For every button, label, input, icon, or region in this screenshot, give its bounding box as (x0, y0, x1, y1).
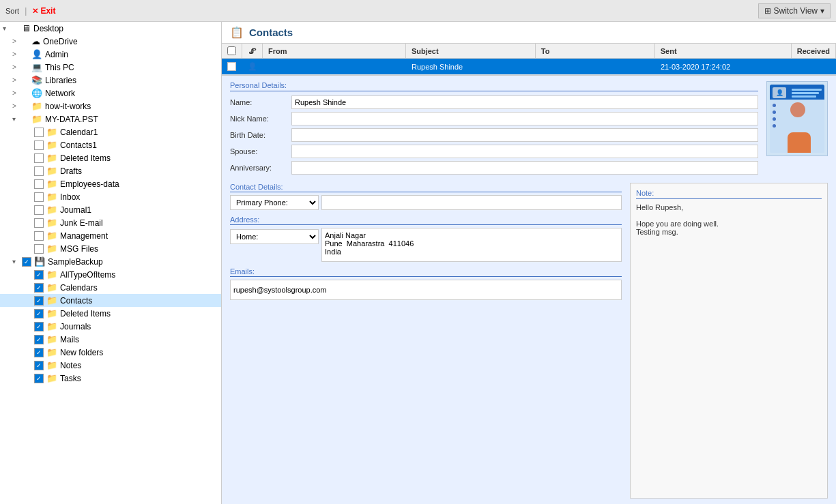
checkbox-samplebackup[interactable]: ✓ (22, 257, 31, 267)
nickname-input[interactable] (291, 112, 758, 125)
checkbox-tasks[interactable]: ✓ (34, 374, 44, 383)
expander-admin[interactable]: > (12, 50, 22, 58)
checkbox-calendars[interactable]: ✓ (34, 283, 44, 293)
checkbox-journal1[interactable] (34, 205, 44, 215)
sidebar-item-newfolders[interactable]: ✓📁New folders (0, 346, 221, 359)
sidebar-item-notes[interactable]: ✓📁Notes (0, 359, 221, 372)
checkbox-employeesdata[interactable] (34, 179, 44, 189)
spouse-input[interactable] (291, 145, 758, 158)
checkbox-inbox[interactable] (34, 192, 44, 202)
folder-icon-thispc: 💻 (31, 62, 42, 72)
personal-section-title: Personal Details: (230, 81, 758, 91)
sidebar-item-msgfiles[interactable]: 📁MSG Files (0, 242, 221, 255)
th-sent[interactable]: Sent (655, 44, 792, 58)
email-input[interactable] (230, 280, 622, 300)
th-subject[interactable]: Subject (406, 44, 536, 58)
sidebar-item-contacts[interactable]: ✓📁Contacts (0, 294, 221, 307)
table-row[interactable]: 👤 Rupesh Shinde 21-03-2020 17:24:02 (222, 59, 836, 75)
sidebar-item-thispc[interactable]: >💻This PC (0, 61, 221, 74)
sidebar-label-network: Network (45, 89, 75, 98)
address-textarea[interactable] (321, 228, 622, 262)
anniversary-label: Anniversary: (230, 164, 291, 172)
expander-thispc[interactable]: > (12, 63, 22, 71)
folder-icon-mydata: 📁 (31, 114, 42, 124)
checkbox-calendar1[interactable] (34, 128, 44, 137)
note-section: Note: Hello Rupesh, Hope you are doing w… (630, 183, 828, 499)
expander-network[interactable]: > (12, 89, 22, 97)
exit-label[interactable]: ✕ Exit (32, 6, 55, 16)
name-input[interactable] (291, 95, 758, 109)
expander-howitworks[interactable]: > (12, 102, 22, 110)
sidebar-item-management[interactable]: 📁Management (0, 229, 221, 242)
checkbox-management[interactable] (34, 231, 44, 241)
content-area: 📋 Contacts 🖇 From Subject To Sent Receiv… (222, 22, 836, 504)
checkbox-contacts1[interactable] (34, 140, 44, 150)
checkbox-msgfiles[interactable] (34, 244, 44, 254)
checkbox-journals[interactable]: ✓ (34, 322, 44, 331)
th-to[interactable]: To (536, 44, 655, 58)
expander-desktop[interactable]: ▾ (3, 25, 12, 32)
contacts-header: 📋 Contacts (222, 22, 836, 44)
select-all-checkbox[interactable] (227, 46, 236, 55)
phone-row: Primary Phone: Home Phone: Work Phone: M… (230, 195, 622, 210)
expander-mydata[interactable]: ▾ (12, 115, 22, 123)
expander-libraries[interactable]: > (12, 76, 22, 84)
sidebar-item-mydata[interactable]: ▾📁MY-DATA.PST (0, 113, 221, 125)
sidebar-item-contacts1[interactable]: 📁Contacts1 (0, 138, 221, 151)
sidebar-label-contacts: Contacts (60, 296, 92, 306)
sidebar-item-tasks[interactable]: ✓📁Tasks (0, 372, 221, 385)
folder-icon-notes: 📁 (46, 360, 57, 370)
td-check-0[interactable] (222, 59, 242, 74)
sidebar-item-alltypesofitems[interactable]: ✓📁AllTypeOfItems (0, 268, 221, 281)
table-header: 🖇 From Subject To Sent Received (222, 44, 836, 59)
th-received[interactable]: Received (792, 44, 836, 58)
checkbox-notes[interactable]: ✓ (34, 361, 44, 370)
sidebar-item-howitworks[interactable]: >📁how-it-works (0, 100, 221, 113)
td-from-0 (263, 59, 406, 74)
checkbox-alltypesofitems[interactable]: ✓ (34, 270, 44, 280)
sidebar-label-mydata: MY-DATA.PST (45, 115, 98, 124)
sidebar-item-junkemail[interactable]: 📁Junk E-mail (0, 216, 221, 229)
folder-icon-tasks: 📁 (46, 373, 57, 383)
birthdate-label: Birth Date: (230, 131, 291, 139)
sidebar-item-calendar1[interactable]: 📁Calendar1 (0, 125, 221, 138)
contact-details-title: Contact Details: (230, 183, 622, 192)
sidebar-item-samplebackup[interactable]: ▾✓💾SampleBackup (0, 255, 221, 268)
sidebar-item-deleteditems2[interactable]: ✓📁Deleted Items (0, 307, 221, 320)
phone-type-select[interactable]: Primary Phone: Home Phone: Work Phone: M… (230, 195, 319, 210)
sidebar-item-desktop[interactable]: ▾🖥Desktop (0, 22, 221, 35)
th-from[interactable]: From (263, 44, 406, 58)
expander-samplebackup[interactable]: ▾ (12, 258, 22, 265)
sidebar-label-management: Management (60, 231, 108, 241)
address-type-select[interactable]: Home: Work: Other: (230, 229, 319, 244)
sidebar-item-inbox[interactable]: 📁Inbox (0, 190, 221, 203)
sort-label[interactable]: Sort (5, 7, 19, 15)
sidebar-item-libraries[interactable]: >📚Libraries (0, 74, 221, 87)
sidebar-item-onedrive[interactable]: >☁OneDrive (0, 35, 221, 48)
anniversary-input[interactable] (291, 161, 758, 175)
checkbox-contacts[interactable]: ✓ (34, 296, 44, 306)
row-checkbox-0[interactable] (227, 62, 236, 71)
sidebar-item-admin[interactable]: >👤Admin (0, 48, 221, 61)
main-layout: ▾🖥Desktop>☁OneDrive>👤Admin>💻This PC>📚Lib… (0, 22, 836, 504)
sidebar-item-drafts[interactable]: 📁Drafts (0, 164, 221, 177)
sidebar-item-employeesdata[interactable]: 📁Employees-data (0, 177, 221, 190)
checkbox-mails[interactable]: ✓ (34, 335, 44, 344)
checkbox-newfolders[interactable]: ✓ (34, 348, 44, 357)
sidebar-item-mails[interactable]: ✓📁Mails (0, 333, 221, 346)
sidebar-item-calendars[interactable]: ✓📁Calendars (0, 281, 221, 294)
checkbox-deleteditems[interactable] (34, 153, 44, 163)
switch-view-button[interactable]: ⊞ Switch View ▾ (758, 3, 831, 18)
sidebar-label-howitworks: how-it-works (45, 102, 91, 111)
birthdate-input[interactable] (291, 128, 758, 142)
checkbox-drafts[interactable] (34, 166, 44, 176)
sidebar-item-journal1[interactable]: 📁Journal1 (0, 203, 221, 216)
checkbox-junkemail[interactable] (34, 218, 44, 228)
checkbox-deleteditems2[interactable]: ✓ (34, 309, 44, 318)
sidebar-item-journals[interactable]: ✓📁Journals (0, 320, 221, 333)
phone-input[interactable] (321, 195, 622, 210)
sidebar-item-network[interactable]: >🌐Network (0, 87, 221, 100)
expander-onedrive[interactable]: > (12, 38, 22, 45)
top-bar-left: Sort | ✕ Exit (5, 6, 55, 16)
sidebar-item-deleteditems[interactable]: 📁Deleted Items (0, 151, 221, 164)
